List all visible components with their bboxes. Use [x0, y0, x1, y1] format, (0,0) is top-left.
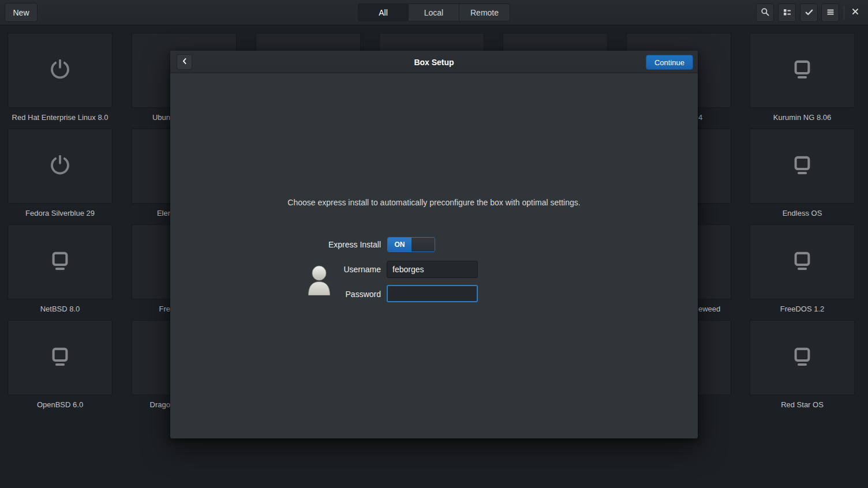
vm-tile-label: Fedora Silverblue 29 [8, 209, 113, 219]
username-field[interactable] [387, 261, 478, 278]
express-install-description: Choose express install to automatically … [170, 198, 698, 207]
box-setup-dialog: Box Setup Continue Choose express instal… [170, 51, 698, 438]
computer-icon [790, 344, 814, 371]
tab-local-label: Local [424, 8, 443, 17]
dialog-title: Box Setup [170, 51, 698, 73]
menu-icon [826, 7, 835, 18]
vm-tile-label: NetBSD 8.0 [8, 305, 113, 314]
continue-button[interactable]: Continue [646, 55, 693, 70]
back-button[interactable] [177, 54, 192, 70]
vm-tile[interactable] [750, 129, 855, 204]
new-box-button-label: New [13, 8, 29, 17]
list-view-icon [783, 7, 792, 18]
search-icon [761, 7, 770, 18]
username-label: Username [289, 265, 381, 274]
menu-button[interactable] [821, 3, 839, 22]
vm-tile-label: 4 [698, 113, 744, 123]
toggle-on-segment: ON [388, 238, 411, 251]
list-view-button[interactable] [778, 3, 796, 22]
vm-tile-label: Drago [132, 400, 170, 410]
toggle-off-segment [411, 238, 435, 251]
vm-tile-label: Red Star OS [750, 400, 855, 410]
vm-tile-label: Eler [132, 209, 170, 219]
vm-tile-label: OpenBSD 6.0 [8, 400, 113, 410]
computer-icon [790, 153, 814, 179]
vm-tile[interactable] [8, 129, 113, 204]
vm-tile[interactable] [750, 33, 855, 108]
computer-icon [790, 249, 814, 275]
vm-tile-label: Kurumin NG 8.06 [750, 113, 855, 123]
tab-local[interactable]: Local [409, 3, 459, 21]
power-icon [48, 57, 72, 84]
new-box-button[interactable]: New [5, 3, 38, 22]
express-install-toggle[interactable]: ON [387, 237, 435, 252]
computer-icon [48, 249, 72, 275]
vm-tile[interactable] [8, 224, 113, 299]
continue-button-label: Continue [654, 58, 684, 67]
computer-icon [48, 344, 72, 371]
power-icon [48, 153, 72, 179]
computer-icon [790, 57, 814, 84]
search-button[interactable] [756, 3, 774, 22]
selection-mode-button[interactable] [800, 3, 818, 22]
vm-tile-label: Fre [132, 305, 170, 314]
vm-tile[interactable] [750, 320, 855, 395]
vm-tile-label: eweed [698, 305, 744, 314]
vm-tile-label: Ubun [132, 113, 170, 123]
source-filter-tabs: All Local Remote [358, 3, 510, 21]
tab-all-label: All [379, 8, 388, 17]
dialog-header: Box Setup Continue [170, 51, 698, 73]
vm-tile[interactable] [750, 224, 855, 299]
vm-tile-label: Red Hat Enterprise Linux 8.0 [8, 113, 113, 123]
chevron-left-icon [181, 57, 189, 67]
headerbar-separator [844, 6, 844, 20]
password-field[interactable] [387, 285, 478, 302]
vm-tile-label: FreeDOS 1.2 [750, 305, 855, 314]
tab-remote[interactable]: Remote [459, 3, 510, 21]
vm-tile[interactable] [8, 33, 113, 108]
close-icon [851, 7, 859, 18]
window-close-button[interactable] [846, 3, 864, 22]
tab-all[interactable]: All [358, 3, 409, 21]
selection-mode-icon [805, 7, 814, 18]
password-label: Password [289, 290, 381, 299]
vm-tile[interactable] [8, 320, 113, 395]
headerbar: New All Local Remote [0, 0, 868, 25]
express-install-label: Express Install [289, 240, 381, 249]
tab-remote-label: Remote [470, 8, 499, 17]
vm-tile-label: Endless OS [750, 209, 855, 219]
